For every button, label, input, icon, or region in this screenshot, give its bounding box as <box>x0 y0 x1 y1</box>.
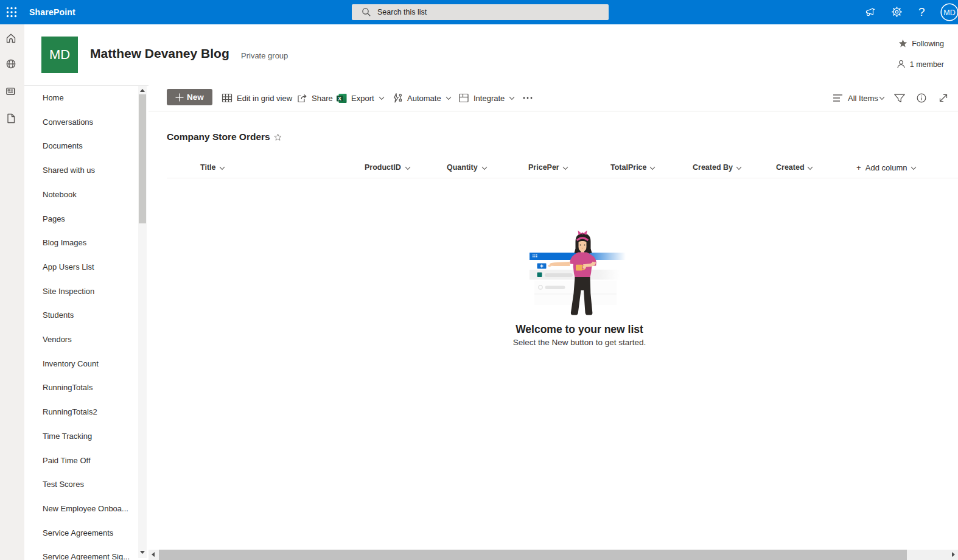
svg-text:X: X <box>338 95 341 101</box>
svg-text:MD: MD <box>943 9 955 17</box>
